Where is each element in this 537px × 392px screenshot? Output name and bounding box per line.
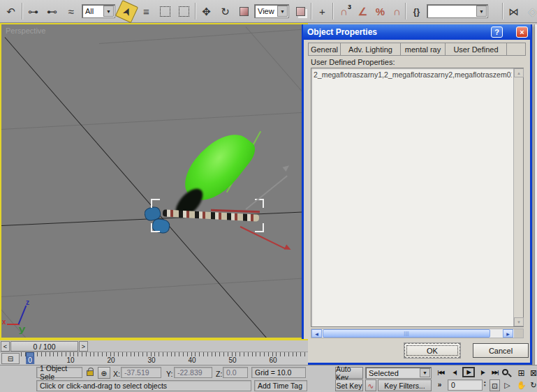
timeline-ruler[interactable]: 0 10 20 30 40 50 60 — [21, 352, 308, 365]
time-slider-button[interactable]: 0 / 100 — [10, 341, 78, 352]
time-next-button[interactable]: > — [79, 341, 88, 352]
bind-to-spacewarp-icon[interactable]: ≈ — [62, 3, 80, 20]
previous-frame-button[interactable]: ◀| — [448, 367, 461, 377]
play-button[interactable]: ▶ — [462, 367, 475, 377]
current-frame-field[interactable]: 0 — [448, 379, 483, 391]
dotted-box-dot-shape — [179, 6, 189, 17]
reference-coordinate-value: View — [258, 7, 274, 15]
named-selection-dropdown[interactable]: ▼ — [427, 4, 488, 18]
scroll-down-icon[interactable]: ▼ — [514, 317, 524, 326]
properties-label: User Defined Properties: — [311, 58, 395, 66]
zoom-all-icon[interactable]: ⊞ — [515, 367, 527, 379]
time-prev-button[interactable]: < — [1, 341, 10, 352]
arc-rotate-icon[interactable]: ↻ — [529, 379, 537, 391]
selection-lock-icon[interactable] — [87, 370, 94, 376]
vertical-scrollbar[interactable]: ▲ ▼ — [513, 68, 523, 326]
select-and-link-icon[interactable]: ⊶ — [24, 3, 42, 20]
chevron-down-icon[interactable]: ▼ — [420, 368, 430, 377]
tab-filler — [506, 43, 526, 56]
close-icon[interactable]: × — [516, 27, 528, 38]
next-frame-button[interactable]: |▶ — [476, 367, 489, 377]
tab-general[interactable]: General — [308, 43, 340, 56]
chevron-down-icon[interactable]: ▼ — [476, 6, 487, 17]
select-and-rotate-icon[interactable]: ↻ — [216, 3, 234, 20]
select-and-scale-icon[interactable] — [235, 3, 253, 20]
grid-line — [0, 306, 58, 339]
help-button[interactable]: ? — [491, 27, 503, 38]
snap-toggle-icon[interactable]: ∩ 3 — [335, 3, 353, 20]
key-mode-toggle-icon[interactable]: » — [433, 379, 446, 390]
gizmo-x-arrowhead-icon — [284, 244, 293, 252]
select-object-icon[interactable]: ➤ — [115, 0, 138, 23]
status-bar: 1 Object Sele ⊕ X: -37.519 Y: -22.839 Z:… — [0, 365, 537, 392]
perspective-viewport[interactable]: Perspective x z y — [0, 23, 308, 339]
zoom-extents-all-icon[interactable]: ⊠ — [529, 367, 537, 379]
toolbar-separator — [332, 3, 333, 20]
toolbar-separator — [311, 3, 311, 20]
zoom-extents-icon[interactable] — [502, 369, 508, 375]
gizmo-y-axis-line[interactable] — [246, 175, 288, 209]
tick-label: 10 — [66, 356, 74, 364]
toolbar-separator — [405, 3, 406, 20]
unlink-selection-icon[interactable]: ⊷ — [43, 3, 61, 20]
dialog-title: Object Properties — [307, 27, 377, 37]
magnet-shape: ∩ — [340, 6, 348, 17]
scroll-up-icon[interactable]: ▲ — [514, 68, 524, 77]
frame-spinner[interactable]: ▴▾ — [484, 380, 486, 387]
named-selection-sets-icon[interactable]: {} — [408, 3, 425, 20]
scroll-right-icon[interactable]: ▶ — [503, 329, 513, 338]
grid-line — [1, 278, 308, 297]
user-defined-properties-textarea[interactable]: 2_megaflotraszarny1,2_megaflotraszarny2,… — [311, 68, 524, 327]
undo-icon[interactable]: ↶ — [2, 3, 20, 20]
rectangular-selection-region-icon[interactable] — [156, 3, 174, 20]
z-label: Z: — [216, 370, 222, 378]
angle-snap-icon[interactable]: ∠ — [354, 3, 372, 20]
go-to-end-button[interactable]: ▶▶| — [489, 367, 501, 377]
reference-coordinate-dropdown[interactable]: View ▼ — [254, 4, 289, 18]
ok-button[interactable]: OK — [404, 343, 460, 358]
pan-hand-icon[interactable]: ✋ — [515, 379, 527, 391]
gizmo-y-arrowhead-icon — [282, 163, 290, 172]
dialog-titlebar[interactable]: Object Properties ? × — [303, 24, 531, 40]
chevron-down-icon[interactable]: ▼ — [103, 6, 114, 17]
field-of-view-icon[interactable]: ▷ — [501, 379, 513, 391]
key-filter-dropdown[interactable]: Selected ▼ — [365, 367, 432, 379]
viewport-label[interactable]: Perspective — [6, 27, 45, 35]
select-by-name-icon[interactable]: ≡ — [138, 3, 155, 20]
window-crossing-icon[interactable] — [175, 3, 193, 20]
horizontal-scrollbar[interactable]: ◀ ▶ — [311, 329, 524, 338]
toolbar-separator — [195, 3, 196, 20]
time-configuration-icon[interactable]: ⊡ — [490, 379, 500, 391]
scroll-left-icon[interactable]: ◀ — [311, 329, 322, 338]
tab-user-defined[interactable]: User Defined — [445, 43, 506, 56]
selection-filter-dropdown[interactable]: All ▼ — [82, 4, 115, 18]
scrollbar-thumb[interactable] — [323, 329, 490, 338]
tick-label: 20 — [107, 356, 115, 364]
auto-key-button[interactable]: Auto Key — [335, 367, 363, 379]
world-axis-y-label: y — [19, 324, 26, 334]
tick-label: 30 — [147, 356, 155, 364]
go-to-start-button[interactable]: |◀◀ — [434, 367, 447, 377]
y-coordinate-field[interactable]: -22.839 — [174, 367, 212, 378]
key-filters-button[interactable]: Key Filters... — [378, 379, 432, 391]
z-coordinate-field[interactable]: 0.0 — [223, 367, 248, 378]
tab-mental-ray[interactable]: mental ray — [400, 43, 445, 56]
mirror-icon[interactable]: ⋈ — [505, 3, 522, 20]
x-coordinate-field[interactable]: -37.519 — [121, 367, 161, 378]
spinner-snap-icon[interactable]: ∩ — [388, 3, 406, 20]
select-and-move-icon[interactable]: ✥ — [198, 3, 215, 20]
default-in-out-tangents-icon[interactable]: ∿ — [365, 379, 376, 391]
select-and-manipulate-icon[interactable]: + — [314, 3, 331, 20]
mini-curve-editor-button[interactable]: ⊟ — [1, 353, 20, 364]
absolute-mode-transform-icon[interactable]: ⊕ — [98, 367, 110, 379]
percent-snap-icon[interactable]: % — [372, 3, 389, 20]
tab-adv-lighting[interactable]: Adv. Lighting — [340, 43, 400, 56]
align-icon[interactable]: ◇ — [524, 3, 537, 20]
cancel-button[interactable]: Cancel — [473, 343, 529, 358]
grid-line — [246, 27, 308, 106]
chevron-down-icon[interactable]: ▼ — [277, 6, 288, 17]
set-key-button[interactable]: Set Key — [335, 379, 363, 391]
add-time-tag-button[interactable]: Add Time Tag — [254, 380, 307, 391]
key-filter-value: Selected — [369, 369, 399, 377]
use-pivot-point-center-icon[interactable] — [292, 3, 309, 20]
